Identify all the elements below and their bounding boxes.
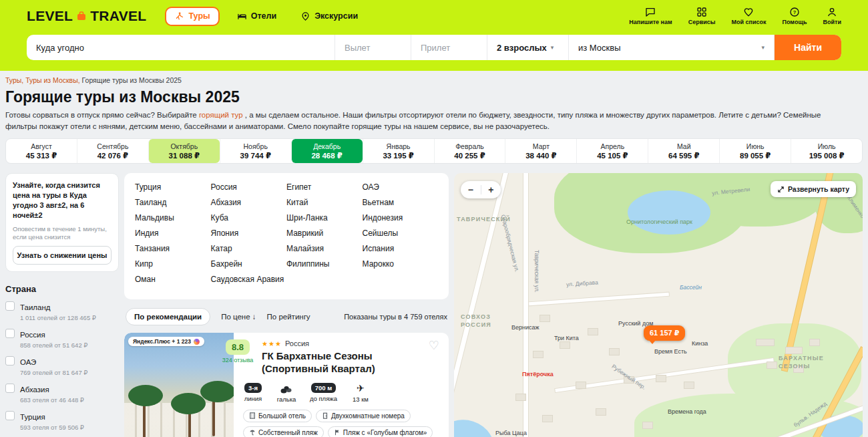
- depart-date-input[interactable]: [345, 43, 401, 53]
- country-link[interactable]: Вьетнам: [363, 198, 439, 207]
- country-link[interactable]: Турция: [135, 182, 211, 192]
- checkbox[interactable]: [5, 384, 15, 393]
- month-july[interactable]: Июль195 008 ₽: [791, 139, 862, 163]
- map-road: [454, 173, 512, 404]
- month-june[interactable]: Июнь89 055 ₽: [719, 139, 791, 163]
- filter-country-russia[interactable]: Россия858 отелей от 51 642 ₽: [5, 328, 119, 349]
- country-link[interactable]: Индонезия: [363, 213, 439, 223]
- breadcrumb-tours[interactable]: Туры: [5, 76, 25, 84]
- country-link[interactable]: Шри-Ланка: [286, 213, 363, 223]
- month-december[interactable]: Декабрь28 468 ₽: [291, 139, 363, 163]
- map-building: [767, 361, 777, 369]
- country-link[interactable]: Россия: [211, 182, 287, 192]
- login-button[interactable]: Войти: [823, 7, 841, 25]
- country-link[interactable]: Оман: [135, 275, 211, 284]
- feature-airport-distance: ✈ 13 км: [351, 383, 371, 403]
- hotel-card[interactable]: Яндекс.Плюс + 1 223 8.8 324 отзыва ★★★ Р…: [124, 333, 449, 437]
- contact-us-label: Напишите нам: [629, 19, 672, 25]
- countries-column-1: Турция Таиланд Мальдивы Индия Танзания К…: [135, 182, 211, 290]
- filter-country-turkey[interactable]: Турция593 отеля от 59 506 ₽: [5, 410, 119, 431]
- month-march[interactable]: Март38 440 ₽: [505, 139, 576, 163]
- month-november[interactable]: Ноябрь39 744 ₽: [220, 139, 291, 163]
- yandex-plus-badge[interactable]: Яндекс.Плюс + 1 223: [128, 337, 204, 346]
- hotel-photo[interactable]: Яндекс.Плюс + 1 223: [124, 333, 234, 437]
- origin-select[interactable]: из Москвы ▾: [569, 35, 775, 60]
- country-link[interactable]: Катар: [211, 244, 287, 253]
- country-link[interactable]: Куба: [211, 213, 287, 223]
- country-link[interactable]: Маврикий: [286, 229, 363, 238]
- checkbox[interactable]: [5, 329, 15, 338]
- hotel-features: 3-я линия галька 700 м до пляжа ✈ 13 км: [243, 383, 439, 403]
- guests-select[interactable]: 2 взрослых ▾: [487, 35, 569, 60]
- country-link[interactable]: Малайзия: [286, 244, 363, 253]
- filter-country-abkhazia[interactable]: Абхазия683 отеля от 46 448 ₽: [5, 383, 119, 404]
- country-link[interactable]: Абхазия: [211, 198, 287, 207]
- country-link[interactable]: ОАЭ: [363, 182, 439, 192]
- help-label: Помощь: [783, 19, 807, 25]
- country-link[interactable]: Таиланд: [135, 198, 211, 207]
- help-button[interactable]: ? Помощь: [783, 7, 807, 25]
- feature-label: галька: [277, 396, 296, 403]
- country-link[interactable]: Испания: [363, 244, 439, 253]
- tab-tours[interactable]: Туры: [165, 7, 219, 26]
- month-name: Февраль: [455, 142, 484, 150]
- country-link[interactable]: Сейшелы: [363, 229, 439, 238]
- month-october[interactable]: Октябрь31 088 ₽: [148, 139, 220, 163]
- country-link[interactable]: Филиппины: [286, 259, 363, 269]
- services-button[interactable]: Сервисы: [688, 7, 716, 25]
- tab-excursions[interactable]: Экскурсии: [294, 7, 365, 25]
- map-canvas[interactable]: 61 157 ₽ Таможенный постул. Метревелиул.…: [454, 173, 863, 437]
- month-august[interactable]: Август45 313 ₽: [6, 139, 77, 163]
- month-january[interactable]: Январь33 195 ₽: [363, 139, 434, 163]
- map-label: Вернисаж: [511, 324, 539, 331]
- wishlist-button[interactable]: Мой список: [731, 7, 766, 25]
- search-submit-button[interactable]: Найти: [775, 35, 841, 60]
- expand-map-button[interactable]: Развернуть карту: [771, 181, 856, 197]
- expand-map-label: Развернуть карту: [788, 185, 849, 193]
- tab-hotels[interactable]: Отели: [230, 7, 283, 25]
- country-link[interactable]: Марокко: [363, 259, 439, 269]
- country-link[interactable]: Египет: [286, 182, 363, 192]
- reviews-link[interactable]: 324 отзыва: [219, 357, 256, 363]
- country-link[interactable]: Саудовская Аравия: [211, 275, 287, 284]
- map-building: [515, 394, 526, 401]
- filter-country-thailand[interactable]: Таиланд1 011 отелей от 128 465 ₽: [5, 301, 119, 321]
- filter-country-uae[interactable]: ОАЭ769 отелей от 81 647 ₽: [5, 355, 119, 376]
- sort-by-rating[interactable]: По рейтингу: [267, 313, 310, 321]
- month-april[interactable]: Апрель45 105 ₽: [576, 139, 648, 163]
- breadcrumb-tours-moscow[interactable]: Туры из Москвы: [25, 76, 81, 84]
- country-link[interactable]: Бахрейн: [211, 259, 287, 269]
- map-price-marker[interactable]: 61 157 ₽: [644, 325, 685, 341]
- rating-badge[interactable]: 8.8: [226, 339, 250, 355]
- map-label: Времена года: [668, 408, 706, 415]
- sort-by-price[interactable]: По цене ↓: [221, 313, 256, 321]
- country-link[interactable]: Япония: [211, 229, 287, 238]
- month-september[interactable]: Сентябрь42 076 ₽: [77, 139, 148, 163]
- contact-us-button[interactable]: Напишите нам: [629, 7, 672, 25]
- heart-icon: [743, 7, 754, 17]
- checkbox[interactable]: [5, 411, 15, 420]
- destination-segment[interactable]: [27, 35, 335, 60]
- country-link[interactable]: Китай: [286, 198, 363, 207]
- country-link[interactable]: Индия: [135, 229, 211, 238]
- checkbox[interactable]: [5, 356, 15, 366]
- hot-tour-link[interactable]: горящий тур: [199, 111, 243, 119]
- depart-date-segment[interactable]: [335, 35, 411, 60]
- checkbox[interactable]: [5, 301, 15, 311]
- country-link[interactable]: Мальдивы: [135, 213, 211, 223]
- return-date-segment[interactable]: [411, 35, 487, 60]
- country-link[interactable]: Танзания: [135, 244, 211, 253]
- destination-input[interactable]: [36, 43, 325, 53]
- price-alert-button[interactable]: Узнать о снижении цены: [13, 246, 112, 265]
- month-february[interactable]: Февраль40 255 ₽: [434, 139, 505, 163]
- zoom-in-button[interactable]: +: [481, 181, 501, 198]
- map-label: Орнитологический парк: [626, 218, 692, 225]
- logo[interactable]: LEVEL TRAVEL: [27, 8, 146, 24]
- country-link[interactable]: Кипр: [135, 259, 211, 269]
- sort-by-recommendation[interactable]: По рекомендации: [126, 308, 210, 325]
- month-may[interactable]: Май64 595 ₽: [648, 139, 719, 163]
- zoom-out-button[interactable]: −: [461, 181, 481, 198]
- return-date-input[interactable]: [421, 43, 477, 53]
- hotel-name-link[interactable]: ГК Бархатные Сезоны (Спортивный Квартал): [262, 350, 423, 376]
- favorite-heart-icon[interactable]: ♡: [429, 339, 439, 376]
